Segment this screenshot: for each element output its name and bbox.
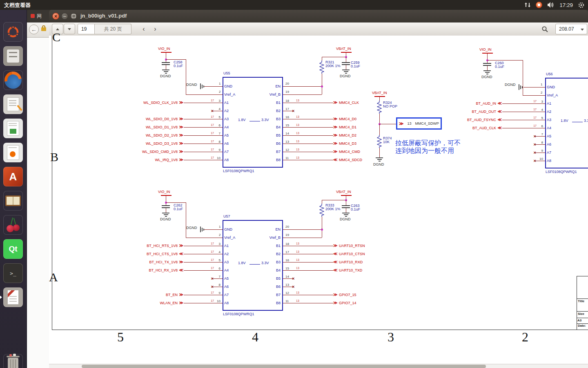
clock[interactable]: 17:29 — [559, 2, 573, 8]
pdf-page[interactable] — [49, 36, 588, 364]
lock-icon — [41, 27, 46, 31]
zoom-value: 208.07 — [559, 26, 574, 32]
background-tab-bar: 网 — [27, 10, 49, 22]
book-icon — [5, 195, 21, 206]
page-total-label: 共 20 页 — [95, 24, 131, 34]
launcher-item-cherry[interactable] — [3, 215, 23, 235]
chevron-down-icon — [581, 29, 584, 31]
a-letter-icon: A — [9, 171, 17, 183]
history-back-button[interactable]: ‹ — [138, 24, 149, 34]
launcher-item-trash[interactable] — [3, 354, 23, 368]
volume-icon[interactable] — [547, 2, 555, 8]
tab-favicon — [31, 14, 35, 18]
launcher-item-book[interactable] — [3, 191, 23, 211]
calc-icon — [7, 121, 19, 136]
launcher-item-text-editor[interactable] — [3, 94, 23, 114]
file-cabinet-icon — [7, 49, 19, 63]
cherry-icon — [11, 218, 13, 225]
cherry-right-icon — [13, 224, 20, 231]
zoom-select[interactable]: 208.07 — [555, 24, 587, 34]
viewer-toolbar: 共 20 页 ‹ › 208.07 — [49, 22, 588, 36]
desktop: 文档查看器 17:29 A Qt >_ 网 ← — [0, 0, 588, 368]
page-up-button[interactable] — [52, 24, 63, 34]
launcher-item-libreoffice-calc[interactable] — [3, 119, 23, 138]
background-window[interactable]: 网 ← — [27, 10, 49, 368]
history-forward-button[interactable]: › — [149, 24, 161, 34]
launcher-item-document-viewer[interactable] — [3, 287, 23, 307]
network-indicator-icon[interactable] — [524, 2, 531, 8]
launcher-item-a-app[interactable]: A — [3, 167, 23, 186]
panel-app-title[interactable]: 文档查看器 — [4, 2, 31, 9]
top-panel: 文档查看器 17:29 — [0, 0, 588, 10]
triangle-up-icon — [56, 28, 59, 30]
triangle-down-icon — [68, 28, 71, 30]
minimize-button[interactable]: – — [61, 13, 68, 20]
session-gear-icon[interactable] — [578, 2, 585, 9]
firefox-icon — [4, 72, 22, 89]
window-title: jn_b00igh_v01.pdf — [80, 13, 127, 19]
background-toolbar: ← — [27, 22, 49, 38]
input-method-icon[interactable] — [536, 2, 542, 8]
search-icon — [541, 26, 548, 33]
running-indicator-icon — [0, 296, 2, 299]
maximize-icon — [72, 14, 76, 18]
launcher-item-firefox[interactable] — [3, 70, 23, 90]
qt-logo-icon: Qt — [9, 245, 17, 254]
document-viewer-icon — [7, 290, 19, 305]
terminal-prompt-icon: >_ — [10, 270, 16, 276]
launcher-item-files[interactable] — [3, 46, 23, 66]
launcher-item-dash[interactable] — [3, 22, 23, 42]
trash-icon — [8, 358, 18, 368]
unity-launcher: A Qt >_ — [0, 10, 27, 368]
launcher-item-qt[interactable]: Qt — [3, 239, 23, 259]
system-tray: 17:29 — [524, 0, 585, 10]
back-button[interactable]: ← — [29, 25, 39, 34]
launcher-item-libreoffice-impress[interactable] — [3, 143, 23, 162]
impress-icon — [7, 145, 19, 160]
tab-title[interactable]: 网 — [37, 13, 42, 20]
page-down-button[interactable] — [64, 24, 75, 34]
launcher-item-terminal[interactable]: >_ — [3, 263, 23, 283]
text-editor-icon — [7, 97, 19, 111]
horizontal-scrollbar[interactable] — [49, 364, 588, 368]
window-titlebar[interactable]: × – jn_b00igh_v01.pdf — [49, 10, 588, 23]
search-button[interactable] — [539, 24, 550, 34]
ubuntu-logo-icon — [6, 25, 20, 39]
close-button[interactable]: × — [52, 13, 59, 20]
cherry-stem-icon — [13, 218, 16, 224]
page-number-input[interactable] — [78, 24, 95, 34]
maximize-button[interactable] — [70, 13, 77, 20]
scrollbar-thumb[interactable] — [82, 365, 486, 368]
